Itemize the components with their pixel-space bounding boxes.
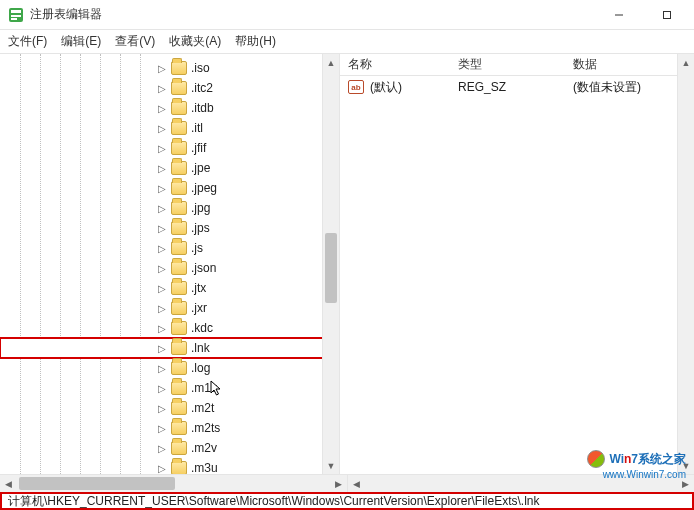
tree-item[interactable]: ▷.js xyxy=(0,238,339,258)
menu-file[interactable]: 文件(F) xyxy=(8,33,47,50)
folder-icon xyxy=(171,81,187,95)
menu-edit[interactable]: 编辑(E) xyxy=(61,33,101,50)
tree-item[interactable]: ▷.lnk xyxy=(0,338,339,358)
column-data[interactable]: 数据 xyxy=(565,56,694,73)
expander-icon[interactable]: ▷ xyxy=(157,203,167,213)
tree-item[interactable]: ▷.itc2 xyxy=(0,78,339,98)
tree-item[interactable]: ▷.m2ts xyxy=(0,418,339,438)
tree-item-label: .m2ts xyxy=(191,421,220,435)
scroll-right-button[interactable]: ▶ xyxy=(677,475,694,492)
column-type[interactable]: 类型 xyxy=(450,56,565,73)
tree-pane[interactable]: ▷.iso▷.itc2▷.itdb▷.itl▷.jfif▷.jpe▷.jpeg▷… xyxy=(0,54,340,474)
values-vertical-scrollbar[interactable]: ▲ ▼ xyxy=(677,54,694,474)
value-row[interactable]: ab(默认)REG_SZ(数值未设置) xyxy=(340,76,694,98)
expander-icon[interactable]: ▷ xyxy=(157,383,167,393)
expander-icon[interactable]: ▷ xyxy=(157,443,167,453)
scroll-down-button[interactable]: ▼ xyxy=(678,457,694,474)
expander-icon[interactable]: ▷ xyxy=(157,463,167,473)
tree-vertical-scrollbar[interactable]: ▲ ▼ xyxy=(322,54,339,474)
tree-item[interactable]: ▷.m2v xyxy=(0,438,339,458)
tree-item[interactable]: ▷.jpe xyxy=(0,158,339,178)
tree-item-label: .lnk xyxy=(191,341,210,355)
tree-item[interactable]: ▷.jxr xyxy=(0,298,339,318)
tree-horizontal-scrollbar[interactable]: ◀ ▶ xyxy=(0,475,347,492)
menu-favorites[interactable]: 收藏夹(A) xyxy=(169,33,221,50)
status-path: 计算机\HKEY_CURRENT_USER\Software\Microsoft… xyxy=(8,493,539,510)
tree-item-label: .jtx xyxy=(191,281,206,295)
tree-item[interactable]: ▷.log xyxy=(0,358,339,378)
tree-item[interactable]: ▷.itdb xyxy=(0,98,339,118)
scroll-up-button[interactable]: ▲ xyxy=(323,54,339,71)
svg-rect-5 xyxy=(664,11,671,18)
app-icon xyxy=(8,7,24,23)
expander-icon[interactable]: ▷ xyxy=(157,243,167,253)
expander-icon[interactable]: ▷ xyxy=(157,83,167,93)
values-horizontal-scrollbar[interactable]: ◀ ▶ xyxy=(348,475,695,492)
tree-item-label: .m2t xyxy=(191,401,214,415)
expander-icon[interactable]: ▷ xyxy=(157,63,167,73)
tree-item[interactable]: ▷.iso xyxy=(0,58,339,78)
folder-icon xyxy=(171,401,187,415)
scroll-left-button[interactable]: ◀ xyxy=(348,475,365,492)
tree-item[interactable]: ▷.jfif xyxy=(0,138,339,158)
expander-icon[interactable]: ▷ xyxy=(157,103,167,113)
menu-view[interactable]: 查看(V) xyxy=(115,33,155,50)
column-name[interactable]: 名称 xyxy=(340,56,450,73)
expander-icon[interactable]: ▷ xyxy=(157,283,167,293)
tree-item[interactable]: ▷.jpg xyxy=(0,198,339,218)
tree-item-label: .itdb xyxy=(191,101,214,115)
tree-item[interactable]: ▷.json xyxy=(0,258,339,278)
scroll-track[interactable] xyxy=(323,71,339,457)
tree-item[interactable]: ▷.m1v xyxy=(0,378,339,398)
scroll-track[interactable] xyxy=(365,475,678,492)
minimize-button[interactable] xyxy=(604,5,634,25)
maximize-button[interactable] xyxy=(652,5,682,25)
window-title: 注册表编辑器 xyxy=(30,6,604,23)
scroll-thumb[interactable] xyxy=(19,477,175,490)
expander-icon[interactable]: ▷ xyxy=(157,143,167,153)
menu-help[interactable]: 帮助(H) xyxy=(235,33,276,50)
tree-list: ▷.iso▷.itc2▷.itdb▷.itl▷.jfif▷.jpe▷.jpeg▷… xyxy=(0,54,339,474)
tree-item[interactable]: ▷.jpeg xyxy=(0,178,339,198)
tree-item-label: .m2v xyxy=(191,441,217,455)
expander-icon[interactable]: ▷ xyxy=(157,403,167,413)
menubar: 文件(F) 编辑(E) 查看(V) 收藏夹(A) 帮助(H) xyxy=(0,30,694,54)
expander-icon[interactable]: ▷ xyxy=(157,323,167,333)
folder-icon xyxy=(171,321,187,335)
expander-icon[interactable]: ▷ xyxy=(157,263,167,273)
folder-icon xyxy=(171,341,187,355)
scroll-up-button[interactable]: ▲ xyxy=(678,54,694,71)
tree-item[interactable]: ▷.jtx xyxy=(0,278,339,298)
scroll-track[interactable] xyxy=(678,71,694,457)
scroll-track[interactable] xyxy=(17,475,330,492)
tree-item[interactable]: ▷.itl xyxy=(0,118,339,138)
tree-item-label: .itc2 xyxy=(191,81,213,95)
main-body: ▷.iso▷.itc2▷.itdb▷.itl▷.jfif▷.jpe▷.jpeg▷… xyxy=(0,54,694,474)
scroll-left-button[interactable]: ◀ xyxy=(0,475,17,492)
status-bar: 计算机\HKEY_CURRENT_USER\Software\Microsoft… xyxy=(0,492,694,510)
expander-icon[interactable]: ▷ xyxy=(157,303,167,313)
horizontal-scrollbar-row: ◀ ▶ ◀ ▶ xyxy=(0,474,694,492)
expander-icon[interactable]: ▷ xyxy=(157,363,167,373)
tree-item-label: .iso xyxy=(191,61,210,75)
tree-item-label: .jps xyxy=(191,221,210,235)
tree-item[interactable]: ▷.m3u xyxy=(0,458,339,474)
scroll-thumb[interactable] xyxy=(325,233,337,302)
tree-item-label: .jxr xyxy=(191,301,207,315)
expander-icon[interactable]: ▷ xyxy=(157,183,167,193)
expander-icon[interactable]: ▷ xyxy=(157,163,167,173)
expander-icon[interactable]: ▷ xyxy=(157,423,167,433)
scroll-down-button[interactable]: ▼ xyxy=(323,457,339,474)
tree-item[interactable]: ▷.m2t xyxy=(0,398,339,418)
expander-icon[interactable]: ▷ xyxy=(157,123,167,133)
folder-icon xyxy=(171,101,187,115)
scroll-right-button[interactable]: ▶ xyxy=(330,475,347,492)
tree-item[interactable]: ▷.jps xyxy=(0,218,339,238)
tree-item-label: .jfif xyxy=(191,141,206,155)
tree-item[interactable]: ▷.kdc xyxy=(0,318,339,338)
tree-item-label: .jpeg xyxy=(191,181,217,195)
expander-icon[interactable]: ▷ xyxy=(157,343,167,353)
expander-icon[interactable]: ▷ xyxy=(157,223,167,233)
tree-item-label: .kdc xyxy=(191,321,213,335)
values-pane[interactable]: 名称 类型 数据 ab(默认)REG_SZ(数值未设置) ▲ ▼ xyxy=(340,54,694,474)
